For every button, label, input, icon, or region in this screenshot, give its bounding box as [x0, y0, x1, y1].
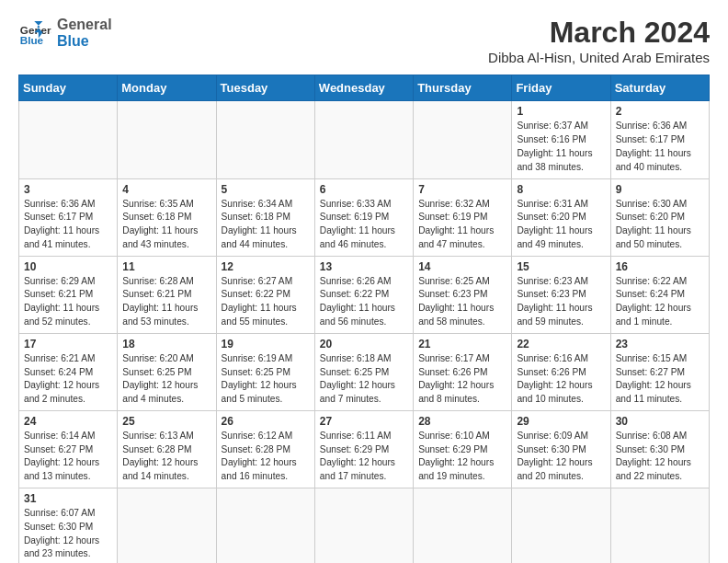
day-info: Sunrise: 6:35 AM Sunset: 6:18 PM Dayligh…	[122, 198, 210, 252]
calendar-cell: 6Sunrise: 6:33 AM Sunset: 6:19 PM Daylig…	[314, 178, 413, 256]
calendar-cell: 8Sunrise: 6:31 AM Sunset: 6:20 PM Daylig…	[512, 178, 610, 256]
calendar-cell: 20Sunrise: 6:18 AM Sunset: 6:25 PM Dayli…	[314, 333, 413, 410]
day-number: 8	[517, 183, 605, 196]
day-number: 20	[320, 338, 408, 350]
day-number: 31	[24, 492, 112, 505]
day-info: Sunrise: 6:30 AM Sunset: 6:20 PM Dayligh…	[616, 198, 704, 252]
day-info: Sunrise: 6:21 AM Sunset: 6:24 PM Dayligh…	[24, 352, 112, 407]
calendar-cell: 15Sunrise: 6:23 AM Sunset: 6:23 PM Dayli…	[512, 256, 610, 333]
calendar-cell: 3Sunrise: 6:36 AM Sunset: 6:17 PM Daylig…	[19, 178, 118, 256]
calendar-cell: 7Sunrise: 6:32 AM Sunset: 6:19 PM Daylig…	[414, 178, 512, 256]
day-number: 21	[418, 338, 506, 350]
day-number: 7	[418, 183, 506, 196]
calendar-table: SundayMondayTuesdayWednesdayThursdayFrid…	[18, 75, 710, 563]
day-number: 3	[24, 183, 112, 196]
day-info: Sunrise: 6:27 AM Sunset: 6:22 PM Dayligh…	[222, 275, 310, 329]
calendar-cell: 26Sunrise: 6:12 AM Sunset: 6:28 PM Dayli…	[216, 410, 314, 488]
title-block: March 2024 Dibba Al-Hisn, United Arab Em…	[488, 15, 710, 65]
calendar-cell: 12Sunrise: 6:27 AM Sunset: 6:22 PM Dayli…	[216, 256, 314, 333]
day-number: 12	[222, 260, 310, 273]
day-number: 25	[122, 415, 210, 428]
calendar-cell	[118, 101, 216, 178]
day-info: Sunrise: 6:25 AM Sunset: 6:23 PM Dayligh…	[418, 275, 506, 329]
day-number: 4	[122, 183, 210, 196]
day-info: Sunrise: 6:10 AM Sunset: 6:29 PM Dayligh…	[418, 430, 506, 484]
calendar-cell: 9Sunrise: 6:30 AM Sunset: 6:20 PM Daylig…	[610, 178, 709, 256]
calendar-week-1: 3Sunrise: 6:36 AM Sunset: 6:17 PM Daylig…	[19, 178, 710, 256]
calendar-cell: 24Sunrise: 6:14 AM Sunset: 6:27 PM Dayli…	[19, 410, 118, 488]
logo-general: General	[57, 17, 112, 33]
day-info: Sunrise: 6:14 AM Sunset: 6:27 PM Dayligh…	[24, 430, 112, 484]
calendar-cell: 27Sunrise: 6:11 AM Sunset: 6:29 PM Dayli…	[314, 410, 413, 488]
calendar-cell: 4Sunrise: 6:35 AM Sunset: 6:18 PM Daylig…	[118, 178, 216, 256]
day-info: Sunrise: 6:22 AM Sunset: 6:24 PM Dayligh…	[616, 275, 704, 329]
day-number: 29	[517, 415, 605, 428]
day-info: Sunrise: 6:11 AM Sunset: 6:29 PM Dayligh…	[320, 430, 408, 484]
calendar-cell: 11Sunrise: 6:28 AM Sunset: 6:21 PM Dayli…	[118, 256, 216, 333]
day-info: Sunrise: 6:36 AM Sunset: 6:17 PM Dayligh…	[24, 198, 112, 252]
logo-blue: Blue	[57, 33, 112, 50]
day-info: Sunrise: 6:15 AM Sunset: 6:27 PM Dayligh…	[616, 352, 704, 407]
day-info: Sunrise: 6:20 AM Sunset: 6:25 PM Dayligh…	[122, 352, 210, 407]
calendar-cell: 5Sunrise: 6:34 AM Sunset: 6:18 PM Daylig…	[216, 178, 314, 256]
weekday-header-monday: Monday	[118, 75, 216, 101]
day-number: 23	[616, 338, 704, 350]
day-info: Sunrise: 6:07 AM Sunset: 6:30 PM Dayligh…	[24, 507, 112, 561]
day-number: 27	[320, 415, 408, 428]
day-info: Sunrise: 6:12 AM Sunset: 6:28 PM Dayligh…	[222, 430, 310, 484]
day-info: Sunrise: 6:32 AM Sunset: 6:19 PM Dayligh…	[418, 198, 506, 252]
day-number: 18	[122, 338, 210, 350]
logo: General Blue General Blue	[18, 15, 112, 49]
calendar-cell: 16Sunrise: 6:22 AM Sunset: 6:24 PM Dayli…	[610, 256, 709, 333]
day-info: Sunrise: 6:36 AM Sunset: 6:17 PM Dayligh…	[616, 120, 704, 174]
calendar-cell	[414, 488, 512, 563]
day-info: Sunrise: 6:17 AM Sunset: 6:26 PM Dayligh…	[418, 352, 506, 407]
day-info: Sunrise: 6:33 AM Sunset: 6:19 PM Dayligh…	[320, 198, 408, 252]
calendar-cell: 17Sunrise: 6:21 AM Sunset: 6:24 PM Dayli…	[19, 333, 118, 410]
calendar-cell: 28Sunrise: 6:10 AM Sunset: 6:29 PM Dayli…	[414, 410, 512, 488]
calendar-cell: 21Sunrise: 6:17 AM Sunset: 6:26 PM Dayli…	[414, 333, 512, 410]
day-info: Sunrise: 6:31 AM Sunset: 6:20 PM Dayligh…	[517, 198, 605, 252]
weekday-header-tuesday: Tuesday	[216, 75, 314, 101]
day-number: 28	[418, 415, 506, 428]
calendar-cell	[314, 101, 413, 178]
weekday-header-saturday: Saturday	[610, 75, 709, 101]
calendar-week-5: 31Sunrise: 6:07 AM Sunset: 6:30 PM Dayli…	[19, 488, 710, 563]
weekday-header-sunday: Sunday	[19, 75, 118, 101]
day-number: 10	[24, 260, 112, 273]
day-info: Sunrise: 6:28 AM Sunset: 6:21 PM Dayligh…	[122, 275, 210, 329]
calendar-cell: 1Sunrise: 6:37 AM Sunset: 6:16 PM Daylig…	[512, 101, 610, 178]
day-info: Sunrise: 6:34 AM Sunset: 6:18 PM Dayligh…	[222, 198, 310, 252]
day-number: 6	[320, 183, 408, 196]
calendar-week-2: 10Sunrise: 6:29 AM Sunset: 6:21 PM Dayli…	[19, 256, 710, 333]
calendar-cell	[314, 488, 413, 563]
calendar-cell	[216, 101, 314, 178]
calendar-cell	[118, 488, 216, 563]
location: Dibba Al-Hisn, United Arab Emirates	[488, 50, 710, 65]
calendar-cell	[19, 101, 118, 178]
calendar-week-0: 1Sunrise: 6:37 AM Sunset: 6:16 PM Daylig…	[19, 101, 710, 178]
day-number: 16	[616, 260, 704, 273]
day-info: Sunrise: 6:23 AM Sunset: 6:23 PM Dayligh…	[517, 275, 605, 329]
calendar-cell: 25Sunrise: 6:13 AM Sunset: 6:28 PM Dayli…	[118, 410, 216, 488]
calendar-cell: 23Sunrise: 6:15 AM Sunset: 6:27 PM Dayli…	[610, 333, 709, 410]
weekday-header-friday: Friday	[512, 75, 610, 101]
calendar-cell: 10Sunrise: 6:29 AM Sunset: 6:21 PM Dayli…	[19, 256, 118, 333]
day-number: 24	[24, 415, 112, 428]
month-year: March 2024	[488, 15, 710, 50]
day-number: 14	[418, 260, 506, 273]
day-info: Sunrise: 6:13 AM Sunset: 6:28 PM Dayligh…	[122, 430, 210, 484]
day-number: 11	[122, 260, 210, 273]
page-header: General Blue General Blue March 2024 Dib…	[18, 15, 710, 65]
day-info: Sunrise: 6:18 AM Sunset: 6:25 PM Dayligh…	[320, 352, 408, 407]
day-number: 9	[616, 183, 704, 196]
day-number: 13	[320, 260, 408, 273]
day-info: Sunrise: 6:29 AM Sunset: 6:21 PM Dayligh…	[24, 275, 112, 329]
calendar-cell: 22Sunrise: 6:16 AM Sunset: 6:26 PM Dayli…	[512, 333, 610, 410]
day-number: 30	[616, 415, 704, 428]
calendar-cell: 14Sunrise: 6:25 AM Sunset: 6:23 PM Dayli…	[414, 256, 512, 333]
logo-icon: General Blue	[18, 16, 51, 49]
calendar-cell: 29Sunrise: 6:09 AM Sunset: 6:30 PM Dayli…	[512, 410, 610, 488]
day-info: Sunrise: 6:26 AM Sunset: 6:22 PM Dayligh…	[320, 275, 408, 329]
calendar-cell	[414, 101, 512, 178]
